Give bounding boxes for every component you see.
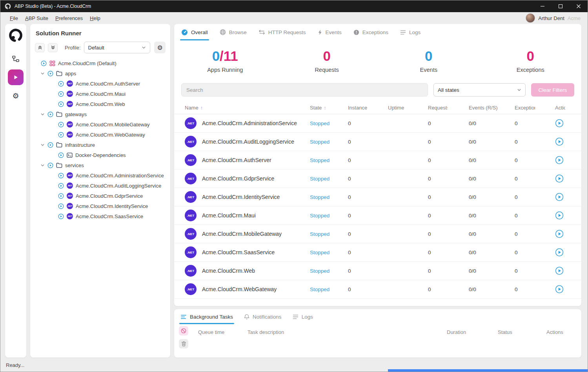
tree-item-app[interactable]: .NET Acme.CloudCrm.IdentityService <box>30 201 170 211</box>
tab-logs[interactable]: Logs <box>400 24 421 40</box>
chevron-down-icon[interactable] <box>40 71 45 76</box>
column-name[interactable]: Name↑ <box>185 105 310 111</box>
start-app-button[interactable] <box>555 137 564 146</box>
play-circle-icon[interactable] <box>47 162 53 168</box>
clear-filters-button[interactable]: Clear Filters <box>531 83 574 97</box>
left-icon-rail: ⚙ <box>5 24 26 357</box>
tree-item-app[interactable]: .NET Acme.CloudCrm.Web <box>30 99 170 109</box>
tab-background-tasks[interactable]: Background Tasks <box>180 309 233 324</box>
tree-item-solution-root[interactable]: Acme.CloudCrm (Default) <box>30 58 170 68</box>
start-app-button[interactable] <box>555 156 564 164</box>
tab-browse[interactable]: Browse <box>220 24 247 40</box>
maximize-button[interactable] <box>552 0 570 12</box>
tree-item-folder[interactable]: services <box>30 160 170 170</box>
tree-item-app[interactable]: .NET Acme.CloudCrm.SaasService <box>30 211 170 221</box>
table-row[interactable]: .NET Acme.CloudCrm.AdministrationService… <box>174 114 581 133</box>
play-circle-icon[interactable] <box>41 60 47 66</box>
tree-item-app[interactable]: .NET Acme.CloudCrm.AuthServer <box>30 78 170 89</box>
menu-preferences[interactable]: Preferences <box>55 15 83 21</box>
dotnet-icon: .NET <box>67 193 73 199</box>
play-circle-icon[interactable] <box>58 101 64 107</box>
expand-all-button[interactable] <box>48 43 58 52</box>
play-circle-icon[interactable] <box>58 132 64 138</box>
table-row[interactable]: .NET Acme.CloudCrm.Maui Stopped 0 0 0/0 … <box>174 206 581 225</box>
minimize-button[interactable] <box>533 0 552 12</box>
solution-runner-button[interactable] <box>8 69 24 85</box>
dotnet-icon-text: .NET <box>187 159 194 162</box>
clear-tasks-button[interactable] <box>179 339 188 348</box>
solution-explorer-button[interactable] <box>8 53 24 65</box>
play-circle-icon[interactable] <box>58 183 64 189</box>
play-circle-icon[interactable] <box>58 203 64 209</box>
tab-bottom-logs[interactable]: Logs <box>293 309 313 324</box>
play-circle-icon[interactable] <box>58 213 64 219</box>
tree-item-folder[interactable]: gateways <box>30 109 170 119</box>
tab-notifications[interactable]: Notifications <box>244 309 282 324</box>
close-button[interactable] <box>570 0 588 12</box>
play-circle-icon[interactable] <box>47 71 53 77</box>
profile-select[interactable]: Default <box>84 42 151 53</box>
start-app-button[interactable] <box>555 211 564 220</box>
chevron-down-icon[interactable] <box>40 163 45 168</box>
collapse-all-button[interactable] <box>35 43 45 52</box>
column-state[interactable]: State↑ <box>310 105 348 111</box>
tree-item-app[interactable]: .NET Acme.CloudCrm.AuditLoggingService <box>30 181 170 191</box>
avatar[interactable] <box>526 13 535 23</box>
play-circle-icon[interactable] <box>58 122 64 128</box>
cell-events: 0/0 <box>469 194 515 200</box>
play-circle-icon[interactable] <box>58 152 64 158</box>
modules-grid-icon <box>49 60 55 66</box>
tab-overall[interactable]: Overall <box>181 24 208 40</box>
tree-item-app[interactable]: .NET Acme.CloudCrm.Maui <box>30 89 170 99</box>
tree-item-folder[interactable]: apps <box>30 68 170 78</box>
tab-events[interactable]: Events <box>318 24 342 40</box>
start-app-button[interactable] <box>555 193 564 201</box>
tree-item-app[interactable]: .NET Acme.CloudCrm.WebGateway <box>30 129 170 140</box>
table-row[interactable]: .NET Acme.CloudCrm.AuthServer Stopped 0 … <box>174 151 581 170</box>
play-circle-icon[interactable] <box>47 111 53 117</box>
chevron-down-icon[interactable] <box>40 112 45 117</box>
tree-item-app[interactable]: .NET Acme.CloudCrm.MobileGateway <box>30 119 170 129</box>
play-circle-icon[interactable] <box>58 193 64 199</box>
play-circle-icon[interactable] <box>47 142 53 148</box>
tree-item-app[interactable]: .NET Acme.CloudCrm.GdprService <box>30 191 170 201</box>
start-app-button[interactable] <box>555 230 564 238</box>
gauge-icon <box>181 29 188 36</box>
start-app-button[interactable] <box>555 174 564 183</box>
profile-settings-button[interactable]: ⚙ <box>154 42 166 53</box>
play-circle-icon[interactable] <box>58 81 64 87</box>
table-row[interactable]: .NET Acme.CloudCrm.MobileGateway Stopped… <box>174 225 581 243</box>
table-row[interactable]: .NET Acme.CloudCrm.Web Stopped 0 0 0/0 0 <box>174 262 581 280</box>
menu-file[interactable]: File <box>10 15 18 21</box>
table-row[interactable]: .NET Acme.CloudCrm.SaasService Stopped 0… <box>174 243 581 262</box>
settings-button[interactable]: ⚙ <box>8 89 24 102</box>
table-row[interactable]: .NET Acme.CloudCrm.IdentityService Stopp… <box>174 188 581 206</box>
menu-abp-suite[interactable]: ABP Suite <box>25 15 48 21</box>
user-area[interactable]: Arthur Dent Acme <box>526 13 581 23</box>
start-app-button[interactable] <box>555 285 564 294</box>
tab-exceptions[interactable]: Exceptions <box>353 24 388 40</box>
cell-instance: 0 <box>348 139 388 145</box>
play-circle-icon[interactable] <box>58 91 64 97</box>
cancel-tasks-button[interactable] <box>179 326 188 336</box>
tab-label: Overall <box>191 29 208 35</box>
chevron-down-icon[interactable] <box>40 143 45 147</box>
column-task-description: Task description <box>248 329 447 335</box>
cell-name: .NET Acme.CloudCrm.AuditLoggingService <box>185 136 310 148</box>
start-app-button[interactable] <box>555 248 564 257</box>
cell-events: 0/0 <box>469 268 515 274</box>
menu-help[interactable]: Help <box>90 15 100 21</box>
state-filter-select[interactable]: All states <box>433 83 526 97</box>
tree-item-docker[interactable]: Docker-Dependencies <box>30 150 170 160</box>
play-circle-icon[interactable] <box>58 173 64 179</box>
dotnet-icon: .NET <box>67 172 73 179</box>
table-row[interactable]: .NET Acme.CloudCrm.AuditLoggingService S… <box>174 133 581 151</box>
table-row[interactable]: .NET Acme.CloudCrm.WebGateway Stopped 0 … <box>174 280 581 299</box>
tab-http-requests[interactable]: HTTP Requests <box>259 24 306 40</box>
table-row[interactable]: .NET Acme.CloudCrm.GdprService Stopped 0… <box>174 170 581 188</box>
tree-item-folder[interactable]: infrastructure <box>30 140 170 150</box>
start-app-button[interactable] <box>555 119 564 128</box>
search-input[interactable] <box>181 83 428 97</box>
start-app-button[interactable] <box>555 266 564 275</box>
tree-item-app[interactable]: .NET Acme.CloudCrm.AdministrationService <box>30 170 170 181</box>
